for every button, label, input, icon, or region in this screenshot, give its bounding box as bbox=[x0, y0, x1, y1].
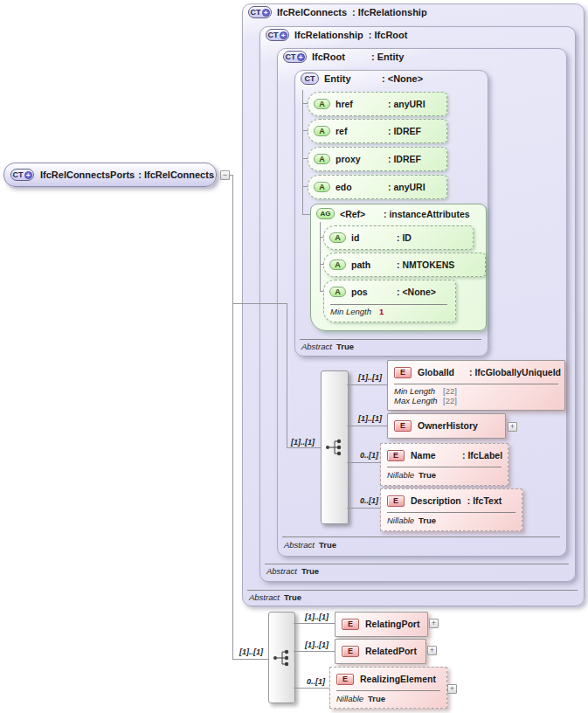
attribute-proxy: A proxy : IDREF bbox=[308, 147, 447, 171]
cardinality-label: [1]..[1] bbox=[358, 373, 382, 382]
facet-label: Abstract bbox=[301, 342, 336, 351]
complex-type-icon: CT+ bbox=[10, 169, 34, 181]
attribute-type: : NMTOKENS bbox=[397, 260, 454, 270]
attribute-icon: A bbox=[329, 287, 346, 297]
facet-value: True bbox=[419, 516, 436, 525]
nillable-facet: Nillable True bbox=[330, 691, 446, 703]
ct-label: CT bbox=[305, 74, 315, 83]
facet-label: Abstract bbox=[266, 566, 301, 576]
attribute-group-name: <Ref> bbox=[340, 209, 384, 219]
attribute-name: proxy bbox=[336, 154, 388, 164]
cardinality-label: [1]..[1] bbox=[305, 613, 329, 621]
connector-line bbox=[287, 447, 321, 448]
divider bbox=[282, 536, 560, 537]
attribute-icon: A bbox=[314, 99, 330, 109]
sequence-indicator bbox=[268, 612, 295, 703]
element-relatingport: E RelatingPort bbox=[335, 612, 428, 637]
element-icon: E bbox=[394, 420, 412, 432]
connector-line bbox=[302, 90, 303, 214]
element-name: GlobalId bbox=[418, 367, 463, 377]
header-ifcroot: CT+ IfcRoot : Entity bbox=[283, 51, 404, 63]
header-ifcrelationship: CT+ IfcRelationship : IfcRoot bbox=[266, 29, 407, 41]
attribute-path: A path : NMTOKENS bbox=[323, 253, 486, 277]
element-name: Name bbox=[411, 450, 456, 460]
connector-line bbox=[302, 214, 310, 215]
attribute-icon: A bbox=[329, 232, 346, 243]
nillable-facet: Nillable True bbox=[381, 467, 508, 480]
element-icon: E bbox=[387, 495, 405, 507]
type-name: Entity bbox=[324, 73, 377, 84]
expand-button[interactable]: + bbox=[508, 422, 517, 432]
element-globalid: E GlobalId : IfcGloballyUniqueId Min Len… bbox=[387, 360, 565, 411]
complex-type-icon[interactable]: CT+ bbox=[283, 51, 307, 63]
connector-line bbox=[232, 175, 233, 660]
element-icon: E bbox=[394, 367, 412, 378]
attribute-type: : ID bbox=[397, 232, 412, 243]
attribute-group-icon: AG bbox=[316, 208, 335, 219]
sequence-indicator bbox=[321, 370, 349, 524]
facet-value: [22] bbox=[443, 386, 457, 396]
connector-line bbox=[347, 508, 380, 509]
attribute-group-type: : instanceAttributes bbox=[384, 209, 470, 219]
facet-value: True bbox=[284, 592, 301, 602]
divider bbox=[265, 564, 569, 564]
root-element-box[interactable]: CT+ IfcRelConnectsPorts : IfcRelConnects bbox=[3, 163, 217, 187]
attribute-icon: A bbox=[314, 154, 330, 164]
complex-type-icon[interactable]: CT bbox=[301, 73, 319, 85]
type-name: IfcRelConnects bbox=[277, 7, 347, 17]
element-icon: E bbox=[342, 619, 359, 630]
sequence-icon bbox=[273, 647, 292, 668]
attribute-name: pos bbox=[351, 287, 397, 297]
facet-value: True bbox=[336, 342, 354, 351]
element-name-node: E Name : IfcLabel Nillable True bbox=[380, 443, 508, 486]
attribute-type: : IDREF bbox=[388, 126, 421, 136]
facet-label: Abstract bbox=[249, 592, 284, 602]
attribute-icon: A bbox=[314, 182, 330, 192]
element-description: E Description : IfcText Nillable True bbox=[380, 488, 522, 531]
cardinality-label: [1]..[1] bbox=[305, 640, 329, 649]
abstract-facet: Abstract True bbox=[301, 342, 354, 351]
connector-line bbox=[347, 426, 387, 426]
attribute-icon: A bbox=[314, 126, 330, 136]
element-type: : IfcText bbox=[467, 495, 502, 506]
cardinality-label: [1]..[1] bbox=[239, 647, 263, 656]
element-name: RealizingElement bbox=[360, 674, 436, 684]
element-ownerhistory: E OwnerHistory bbox=[387, 413, 506, 439]
expand-button[interactable]: + bbox=[427, 646, 437, 655]
expand-plus-icon: + bbox=[280, 31, 287, 39]
facet-label: Nillable bbox=[387, 470, 419, 480]
expand-plus-icon: + bbox=[262, 9, 270, 17]
expand-button[interactable]: + bbox=[429, 619, 439, 628]
complex-type-icon[interactable]: CT+ bbox=[248, 6, 272, 18]
cardinality-label: 0..[1] bbox=[307, 677, 325, 686]
attribute-edo: A edo : anyURI bbox=[308, 175, 447, 199]
attribute-name: edo bbox=[336, 182, 388, 192]
cardinality-label: [1]..[1] bbox=[358, 414, 382, 423]
attribute-ref: A ref : IDREF bbox=[308, 119, 447, 143]
connector-line bbox=[287, 303, 287, 447]
root-element-type: : IfcRelConnects bbox=[138, 170, 214, 180]
facet-label: Nillable bbox=[336, 694, 368, 703]
base-type: : IfcRoot bbox=[369, 30, 408, 40]
facet-label: Max Length bbox=[394, 396, 443, 405]
expand-plus-icon: + bbox=[297, 53, 305, 61]
complex-type-icon[interactable]: CT+ bbox=[266, 29, 289, 41]
ct-label: CT bbox=[251, 8, 261, 17]
expand-button[interactable]: + bbox=[447, 684, 457, 694]
facet-label: Nillable bbox=[387, 516, 419, 525]
ct-label: CT bbox=[268, 31, 279, 39]
connector-line bbox=[294, 688, 329, 689]
header-ifcrelconnects: CT+ IfcRelConnects : IfcRelationship bbox=[248, 6, 427, 18]
attribute-name: id bbox=[351, 232, 397, 243]
collapse-button[interactable]: − bbox=[220, 170, 230, 180]
element-icon: E bbox=[336, 674, 354, 685]
sequence-icon bbox=[325, 437, 344, 458]
attribute-href: A href : anyURI bbox=[308, 92, 447, 116]
element-name: RelatingPort bbox=[365, 619, 419, 629]
connector-line bbox=[347, 384, 387, 385]
facet-label: Min Length bbox=[330, 307, 379, 316]
attribute-id: A id : ID bbox=[323, 225, 474, 250]
element-name: OwnerHistory bbox=[418, 420, 478, 431]
divider bbox=[330, 304, 447, 305]
element-name: Description bbox=[411, 495, 461, 506]
